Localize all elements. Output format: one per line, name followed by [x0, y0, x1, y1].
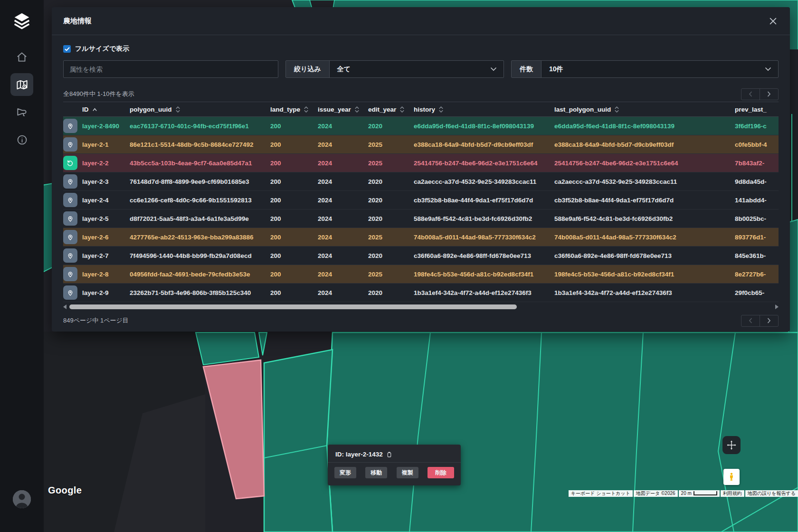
attribute-search-input[interactable] — [63, 60, 278, 78]
column-header-last_polygon_uuid[interactable]: last_polygon_uuid — [554, 106, 735, 113]
row-icon-cell — [63, 137, 82, 152]
locate-on-map-button[interactable] — [63, 119, 77, 133]
locate-on-map-button[interactable] — [63, 248, 77, 263]
table-row[interactable]: layer-2-77f494596-1440-44b8-bb99-fb29a7d… — [63, 247, 779, 265]
attribution-link[interactable]: キーボード ショートカット — [569, 490, 633, 497]
map-pin-icon — [66, 252, 74, 259]
column-header-edit_year[interactable]: edit_year — [368, 106, 414, 113]
prev-page-button[interactable] — [741, 315, 760, 326]
sort-both-icon — [438, 106, 444, 113]
filter-select[interactable]: 絞り込み 全て — [285, 60, 504, 78]
copy-clipboard-icon[interactable] — [386, 451, 392, 458]
cell-prev_last: 3f6df196-c — [735, 123, 779, 130]
column-header-id[interactable]: ID — [82, 106, 130, 113]
close-button[interactable] — [767, 15, 779, 27]
map-scalebar — [694, 491, 717, 495]
cell-last_polygon_uuid: ca2aeccc-a37d-4532-9e25-349283ccac11 — [554, 178, 735, 185]
column-header-land_type[interactable]: land_type — [270, 106, 318, 113]
cell-id: layer-2-1 — [82, 141, 130, 148]
cell-history: 198fe4c5-b53e-456d-a81c-b92ed8cf34f1 — [414, 271, 554, 278]
check-icon — [65, 47, 70, 51]
column-header-polygon_uuid[interactable]: polygon_uuid — [130, 106, 270, 113]
table-row[interactable]: layer-2-923262b71-5bf3-4e96-806b-3f85b12… — [63, 284, 779, 302]
map-recenter-button[interactable] — [722, 436, 741, 454]
cell-prev_last: 893776d1- — [735, 234, 779, 241]
cell-edit_year: 2020 — [368, 252, 414, 259]
sort-both-icon — [614, 106, 619, 113]
column-header-issue_year[interactable]: issue_year — [318, 106, 368, 113]
table-row[interactable]: layer-2-243b5cc5a-103b-4eae-9cf7-6aa0e85… — [63, 154, 779, 172]
sort-both-icon — [354, 106, 360, 113]
table-row[interactable]: layer-2-376148d7d-8ff8-4899-9ee9-cf69b01… — [63, 172, 779, 191]
scroll-left-arrow[interactable] — [63, 304, 66, 309]
locate-on-map-button[interactable] — [63, 174, 77, 189]
sidebar-item-home[interactable] — [10, 46, 33, 68]
sidebar — [0, 0, 44, 532]
home-icon — [16, 51, 28, 63]
cell-edit_year: 2020 — [368, 197, 414, 204]
locate-on-map-button[interactable] — [63, 267, 77, 281]
controls-row: 絞り込み 全て 件数 10件 — [63, 60, 779, 78]
table-row[interactable]: layer-2-186e121c1-5514-48db-9c5b-8684ce7… — [63, 135, 779, 154]
table-row[interactable]: layer-2-804956fdd-faa2-4691-bede-79cfedb… — [63, 265, 779, 284]
scrollbar-track[interactable] — [68, 304, 773, 309]
fullsize-checkbox[interactable] — [63, 45, 71, 53]
next-page-button[interactable] — [760, 89, 778, 100]
locate-on-map-button[interactable] — [63, 285, 77, 300]
delete-button[interactable]: 削除 — [428, 467, 454, 478]
row-icon-cell — [63, 193, 82, 207]
next-page-button[interactable] — [760, 315, 778, 326]
table-body: layer-2-8490eac76137-6710-401c-94fb-ecd7… — [63, 117, 779, 302]
cell-prev_last: 845e361b- — [735, 252, 779, 259]
cell-land_type: 200 — [270, 123, 318, 130]
cell-edit_year: 2020 — [368, 178, 414, 185]
filter-value: 全て — [330, 61, 490, 77]
table-row[interactable]: layer-2-8490eac76137-6710-401c-94fb-ecd7… — [63, 117, 779, 135]
map-with-pin-icon — [16, 78, 28, 91]
cell-issue_year: 2024 — [318, 123, 368, 130]
map-pin-icon — [66, 141, 74, 148]
cell-edit_year: 2020 — [368, 123, 414, 130]
table-row[interactable]: layer-2-5d8f72021-5aa5-48f3-a3a4-6a1fe3a… — [63, 209, 779, 228]
prev-page-button[interactable] — [741, 89, 760, 100]
table-row[interactable]: layer-2-4cc6e1266-cef8-4d0c-9c66-9b15515… — [63, 191, 779, 209]
cell-prev_last: 8b0025bc- — [735, 215, 779, 222]
cell-land_type: 200 — [270, 141, 318, 148]
scroll-right-arrow[interactable] — [775, 304, 779, 309]
locate-on-map-button[interactable] — [63, 211, 77, 226]
panel-header: 農地情報 — [52, 7, 790, 35]
action-button[interactable]: 変形 — [334, 467, 356, 478]
sidebar-item-map[interactable] — [10, 73, 33, 96]
cell-id: layer-2-7 — [82, 252, 130, 259]
sort-both-icon — [399, 106, 405, 113]
sidebar-item-announcements[interactable] — [10, 101, 33, 124]
cell-land_type: 200 — [270, 252, 318, 259]
avatar-silhouette-icon — [13, 490, 31, 508]
table-header: IDpolygon_uuidland_typeissue_yearedit_ye… — [63, 102, 779, 117]
page-status: 849ページ中 1ページ目 — [63, 316, 129, 325]
page-size-select[interactable]: 件数 10件 — [511, 60, 779, 78]
action-button[interactable]: 複製 — [397, 467, 418, 478]
cell-prev_last: 29f0cb65- — [735, 289, 779, 296]
cell-edit_year: 2020 — [368, 215, 414, 222]
attribution-link[interactable]: 地図の誤りを報告する — [745, 490, 798, 497]
action-button[interactable]: 移動 — [365, 467, 387, 478]
attribution-link[interactable]: 利用規約 — [721, 490, 744, 497]
cell-history: 25414756-b247-4be6-96d2-e3e1751c6e64 — [414, 160, 554, 167]
app-logo[interactable] — [10, 10, 34, 34]
locate-on-map-button[interactable] — [63, 137, 77, 152]
cell-last_polygon_uuid: 1b3a1ef4-342a-4f72-a44d-ef12e27436f3 — [554, 289, 735, 296]
locate-on-map-button[interactable] — [63, 193, 77, 207]
cell-id: layer-2-9 — [82, 289, 130, 296]
column-header-history[interactable]: history — [414, 106, 554, 113]
table-row[interactable]: layer-2-64277765e-ab22-4513-963e-bba299a… — [63, 228, 779, 247]
scrollbar-thumb[interactable] — [69, 304, 517, 309]
pegman-button[interactable] — [723, 469, 740, 485]
sidebar-item-info[interactable] — [10, 128, 33, 151]
top-pagination — [741, 88, 779, 100]
google-logo: Google — [48, 485, 82, 496]
locate-on-map-button[interactable] — [63, 230, 77, 244]
undo-button[interactable] — [63, 156, 77, 170]
user-avatar[interactable] — [13, 490, 31, 508]
cell-id: layer-2-5 — [82, 215, 130, 222]
